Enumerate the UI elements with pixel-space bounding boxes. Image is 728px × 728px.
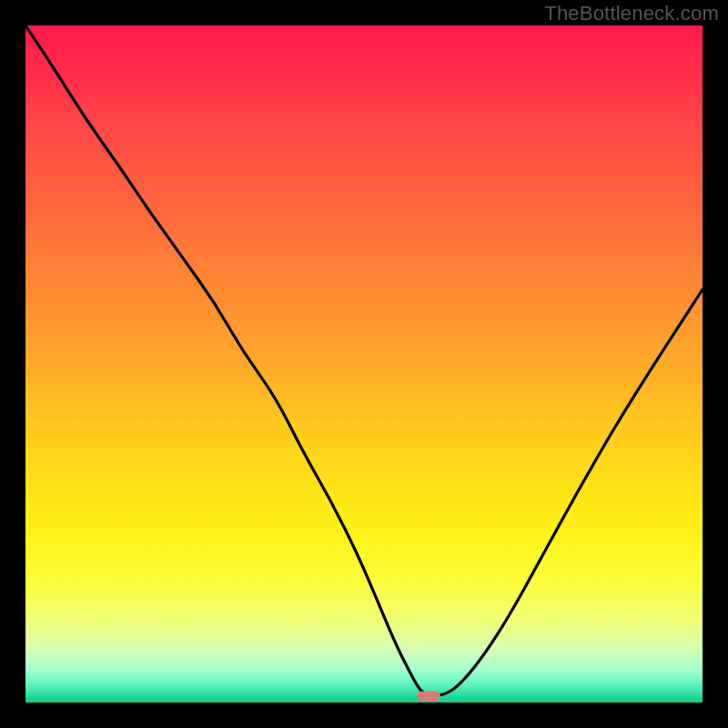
- bottleneck-curve: [25, 25, 703, 703]
- plot-area: [25, 25, 703, 703]
- watermark-text: TheBottleneck.com: [544, 2, 719, 25]
- minimum-marker: [417, 691, 440, 701]
- chart-frame: TheBottleneck.com: [0, 0, 728, 728]
